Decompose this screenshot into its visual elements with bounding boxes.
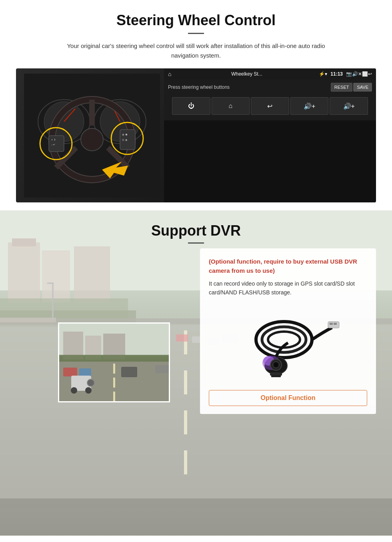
vol-up2-ctrl-btn[interactable]: 🔊+: [330, 97, 368, 115]
back-ctrl-btn[interactable]: ↩: [251, 97, 289, 115]
home-ctrl-btn[interactable]: ⌂: [212, 97, 250, 115]
swc-btn-group: RESET SAVE: [331, 83, 372, 92]
back-icon: ↩: [368, 71, 372, 77]
vol-up-ctrl-btn[interactable]: 🔊+: [290, 97, 329, 115]
swc-image-area: + ⇑ - ↵ ⊕ ✱ ⊙ ◈ ⌂ Wheelkey St... ⚡ ▾ 11:…: [16, 68, 376, 202]
svg-rect-68: [79, 368, 91, 376]
home-icon: ⌂: [168, 71, 171, 77]
android-screen: ⌂ Wheelkey St... ⚡ ▾ 11:13 📷 🔊 ✕ ⬜ ↩ Pre…: [164, 68, 376, 202]
svg-text:⊕ ✱: ⊕ ✱: [122, 133, 128, 136]
press-label: Press steering wheel buttons: [168, 84, 230, 90]
svg-rect-47: [334, 323, 337, 325]
steering-wheel-photo: + ⇑ - ↵ ⊕ ✱ ⊙ ◈: [16, 68, 168, 202]
close-icon: ✕: [358, 71, 362, 77]
steering-wheel-graphic: + ⇑ - ↵ ⊕ ✱ ⊙ ◈: [24, 74, 160, 198]
swc-press-row: Press steering wheel buttons RESET SAVE: [168, 83, 372, 92]
screen-icon: ⬜: [362, 71, 368, 77]
swc-divider: [188, 33, 204, 34]
svg-point-71: [85, 387, 92, 394]
dvr-small-svg: [59, 324, 170, 402]
swc-controls-grid: ⏻ ⌂ ↩ 🔊+ 🔊+: [168, 95, 372, 117]
svg-point-12: [81, 128, 103, 151]
swc-screen-remainder: [164, 120, 376, 202]
dvr-optional-note: (Optional function, require to buy exter…: [209, 257, 367, 275]
svg-rect-66: [155, 365, 169, 373]
svg-point-70: [71, 387, 77, 394]
dvr-info-card: (Optional function, require to buy exter…: [200, 248, 376, 414]
wifi-icon: ▾: [325, 71, 327, 77]
svg-rect-63: [113, 378, 115, 388]
dvr-camera-svg: [236, 308, 340, 380]
optional-function-label: Optional Function: [261, 394, 316, 401]
svg-rect-65: [121, 367, 137, 377]
svg-rect-46: [330, 323, 333, 325]
svg-point-72: [87, 379, 94, 386]
svg-rect-45: [328, 322, 339, 328]
app-name-label: Wheelkey St...: [174, 71, 319, 77]
dvr-divider: [188, 242, 204, 244]
dvr-heading-area: Support DVR: [0, 210, 392, 248]
svg-text:+  ⇑: + ⇑: [51, 138, 56, 141]
svg-point-53: [274, 363, 278, 366]
dvr-camera-image: [209, 304, 367, 384]
android-statusbar: ⌂ Wheelkey St... ⚡ ▾ 11:13 📷 🔊 ✕ ⬜ ↩: [164, 68, 376, 80]
dvr-section: Support DVR (Optional function, require …: [0, 210, 392, 536]
status-time: 11:13: [330, 71, 343, 77]
svg-text:⊙ ◈: ⊙ ◈: [122, 138, 128, 141]
save-button[interactable]: SAVE: [353, 83, 372, 92]
dvr-small-inner: [59, 324, 169, 401]
svg-rect-55: [271, 375, 281, 377]
steering-wheel-section: Steering Wheel Control Your original car…: [0, 0, 392, 210]
svg-rect-62: [113, 364, 115, 374]
usb-icon: ⚡: [319, 71, 325, 77]
svg-rect-64: [113, 392, 115, 402]
svg-rect-67: [63, 368, 77, 376]
dvr-description: It can record video only to storage in G…: [209, 279, 367, 297]
camera-icon: 📷: [346, 71, 352, 77]
dvr-small-screen: [58, 322, 170, 402]
reset-button[interactable]: RESET: [331, 83, 353, 92]
swc-control-area: Press steering wheel buttons RESET SAVE …: [164, 80, 376, 120]
optional-function-box: Optional Function: [209, 390, 367, 406]
volume-icon: 🔊: [352, 71, 358, 77]
svg-text:-  ↵: - ↵: [51, 143, 55, 146]
swc-title: Steering Wheel Control: [16, 12, 376, 29]
swc-subtitle: Your original car's steering wheel contr…: [56, 41, 336, 60]
power-ctrl-btn[interactable]: ⏻: [172, 97, 210, 115]
dvr-title: Support DVR: [16, 222, 376, 239]
